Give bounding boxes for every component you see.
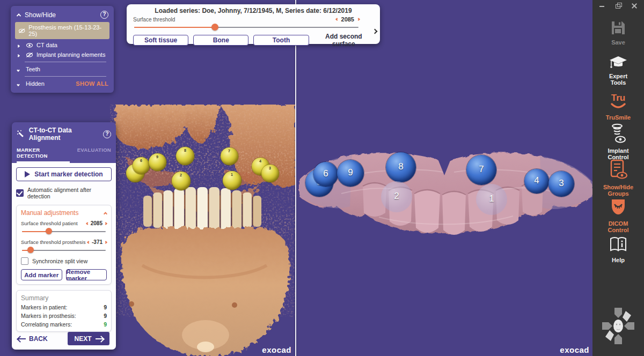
loaded-series-card: Loaded series: Doe, Johnny, 7/12/1945, M… (127, 4, 380, 44)
trusmile-icon: Tru (606, 91, 630, 112)
yellow-marker[interactable]: 7 (221, 147, 238, 165)
expand-icon[interactable] (17, 44, 20, 48)
marker-number: 6 (133, 159, 150, 162)
add-second-surface-button[interactable]: Add second surface (314, 33, 374, 48)
increment-icon[interactable] (104, 241, 107, 244)
increment-icon[interactable] (357, 18, 360, 21)
implant-control-button[interactable]: Implant Control (592, 123, 644, 160)
item-label: CT data (36, 42, 57, 48)
prosthesis-threshold-slider[interactable] (21, 247, 107, 254)
collapse-icon[interactable] (104, 212, 107, 216)
tooth-button[interactable]: Tooth (253, 35, 309, 46)
checkbox-checked-icon[interactable] (16, 189, 24, 197)
save-icon (610, 19, 627, 36)
yellow-marker[interactable]: 3 (261, 165, 279, 182)
prosthesis-render[interactable] (298, 147, 592, 239)
blue-marker[interactable]: 2 (381, 181, 412, 212)
tab-marker-detection[interactable]: MARKER DETECTION (17, 147, 70, 163)
magic-wand-icon (17, 129, 25, 139)
blue-marker[interactable]: 8 (386, 152, 416, 182)
slider-handle[interactable] (27, 247, 34, 253)
sidebar-item-implant-planning[interactable]: Implant planning elements (15, 50, 109, 60)
svg-text:Tru: Tru (611, 93, 625, 103)
sidebar-item-ct-data[interactable]: CT data (15, 40, 109, 50)
yellow-marker[interactable]: 1 (223, 171, 241, 190)
yellow-marker[interactable]: 2 (172, 172, 191, 190)
marker-number: 1 (223, 173, 241, 176)
help-icon[interactable] (103, 130, 111, 138)
eye-icon[interactable] (26, 42, 33, 48)
soft-tissue-button[interactable]: Soft tissue (133, 35, 188, 46)
help-icon[interactable] (100, 11, 108, 19)
blue-marker[interactable]: 6 (313, 162, 338, 187)
add-marker-button[interactable]: Add marker (21, 269, 62, 280)
view-orientation-widget[interactable] (592, 305, 644, 347)
expert-tools-button[interactable]: Expert Tools (592, 55, 644, 86)
blue-marker[interactable]: 9 (337, 160, 364, 187)
slider-handle[interactable] (46, 228, 52, 234)
checkbox-unchecked-icon[interactable] (21, 257, 28, 265)
save-button[interactable]: Save (592, 19, 644, 46)
yellow-marker[interactable]: 6 (133, 157, 150, 174)
auto-align-checkbox-row[interactable]: Automatic alignment after detection (16, 187, 112, 199)
sync-split-view-row[interactable]: Synchronize split view (21, 257, 107, 265)
marker-number: 1 (476, 194, 507, 204)
expand-card-icon[interactable] (373, 26, 377, 35)
marker-number: 4 (252, 159, 269, 163)
dicom-control-button[interactable]: DICOM Control (592, 197, 644, 233)
eye-off-icon[interactable] (26, 52, 33, 58)
markers-in-patient-count: 9 (104, 304, 107, 310)
patient-threshold-value[interactable]: 2085 (91, 220, 103, 226)
marker-number: 2 (381, 191, 412, 202)
yellow-marker[interactable]: 8 (176, 147, 194, 165)
exocad-watermark-right: exocad (555, 345, 589, 354)
minimize-button[interactable] (599, 3, 605, 9)
marker-number: 8 (176, 149, 194, 152)
back-button[interactable]: BACK (18, 335, 48, 343)
manual-adjustments-group: Manual adjustments Surface threshold pat… (16, 205, 112, 285)
decrement-icon[interactable] (86, 222, 89, 225)
next-button[interactable]: NEXT (68, 332, 109, 345)
implant-icon (609, 123, 627, 145)
blue-marker[interactable]: 7 (466, 155, 496, 185)
marker-number: 7 (221, 149, 238, 153)
sidebar-item-prosthesis-mesh[interactable]: Prosthesis mesh (15-13-23-25) (15, 22, 109, 39)
summary-row: Markers in patient: 9 (21, 304, 107, 310)
close-button[interactable] (631, 3, 638, 9)
tab-evaluation[interactable]: EVALUATION (77, 147, 111, 163)
expand-icon[interactable] (17, 54, 20, 57)
start-marker-detection-button[interactable]: Start marker detection (16, 167, 112, 181)
restore-button[interactable] (615, 3, 621, 9)
jaw-icon (608, 197, 628, 218)
blue-marker[interactable]: 4 (524, 169, 549, 194)
markers-in-prosthesis-count: 9 (104, 313, 107, 319)
patient-threshold-slider[interactable] (21, 228, 107, 235)
marker-number: 8 (386, 161, 416, 172)
patient-ct-render[interactable] (110, 105, 296, 356)
remove-marker-button[interactable]: Remove marker (66, 269, 107, 280)
slider-handle[interactable] (211, 24, 218, 31)
yellow-marker[interactable]: 9 (149, 153, 166, 171)
show-all-button[interactable]: SHOW ALL (76, 80, 108, 87)
trusmile-button[interactable]: Tru TruSmile (592, 91, 644, 121)
increment-icon[interactable] (104, 222, 107, 225)
surface-threshold-slider[interactable] (133, 24, 360, 31)
collapse-icon[interactable] (17, 69, 20, 72)
sidebar-item-teeth[interactable]: Teeth (15, 64, 109, 74)
collapse-icon[interactable] (17, 83, 20, 86)
correlating-markers-count: 9 (104, 321, 107, 328)
prosthesis-threshold-value[interactable]: -371 (92, 239, 103, 245)
decrement-icon[interactable] (87, 241, 90, 244)
help-button[interactable]: Help (592, 236, 644, 263)
bone-button[interactable]: Bone (193, 35, 248, 46)
orientation-head-icon (600, 305, 636, 347)
decrement-icon[interactable] (335, 18, 339, 21)
graduation-cap-icon (609, 55, 628, 70)
blue-marker[interactable]: 1 (476, 184, 507, 215)
show-hide-groups-button[interactable]: Show/Hide Groups (592, 159, 644, 197)
collapse-icon[interactable] (17, 13, 21, 18)
surface-threshold-value[interactable]: 2085 (341, 16, 354, 23)
split-view-divider[interactable] (295, 0, 296, 356)
sidebar-item-hidden[interactable]: Hidden SHOW ALL (15, 79, 109, 88)
blue-marker[interactable]: 3 (548, 171, 574, 197)
